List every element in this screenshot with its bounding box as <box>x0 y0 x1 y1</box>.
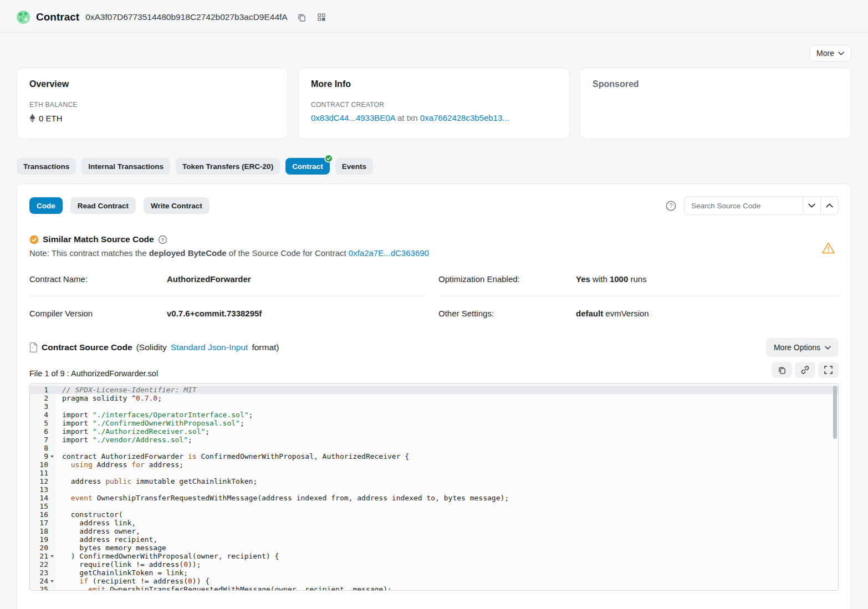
overview-card-title: Overview <box>29 79 275 89</box>
code-line: 3 <box>30 402 838 411</box>
qr-code-button[interactable] <box>316 12 327 23</box>
line-number: 16 <box>30 510 55 519</box>
format-post-text: format) <box>252 342 279 352</box>
line-number: 11 <box>30 469 55 477</box>
code-line: 20 bytes memory message <box>30 544 838 552</box>
more-options-button[interactable]: More Options <box>766 338 839 357</box>
code-text: require(link != address(0)); <box>55 560 201 569</box>
line-number: 17 <box>30 519 55 527</box>
meta-label: Other Settings: <box>438 309 576 318</box>
code-text: address owner, <box>55 527 140 535</box>
line-number: 10 <box>30 460 55 469</box>
code-subtabs: CodeRead ContractWrite Contract <box>29 197 210 214</box>
fold-toggle-icon[interactable] <box>50 456 54 458</box>
line-number: 8 <box>30 444 55 452</box>
chevron-up-icon <box>826 203 833 208</box>
subtab-label: Code <box>37 202 55 210</box>
fold-toggle-icon[interactable] <box>50 555 54 557</box>
fullscreen-button[interactable] <box>818 362 839 378</box>
more-info-card: More Info CONTRACT CREATOR 0x83dC44...49… <box>298 68 570 139</box>
help-icon[interactable]: ? <box>158 235 167 244</box>
permalink-button[interactable] <box>795 362 815 378</box>
chevron-down-icon <box>838 52 844 55</box>
contract-identicon <box>17 11 30 24</box>
subtab-code[interactable]: Code <box>29 197 63 214</box>
help-icon[interactable]: ? <box>665 200 677 212</box>
code-text: contract AuthorizedForwarder is Confirme… <box>55 452 409 460</box>
tab-label: Internal Transactions <box>88 162 164 171</box>
line-number: 3 <box>30 402 55 411</box>
tab-contract[interactable]: Contract <box>285 158 330 175</box>
line-number: 19 <box>30 535 55 544</box>
more-dropdown-button[interactable]: More <box>809 45 851 62</box>
svg-text:?: ? <box>669 202 672 209</box>
code-text: address link, <box>55 519 136 527</box>
line-number: 20 <box>30 544 55 552</box>
line-number: 22 <box>30 560 55 569</box>
contract-creator-line: 0x83dC44...4933BE0A at txn 0xa7662428c3b… <box>311 113 557 122</box>
search-source-group <box>684 196 839 215</box>
search-prev-button[interactable] <box>821 196 839 215</box>
line-number: 24 <box>30 577 55 585</box>
sponsored-card: Sponsored <box>580 68 851 139</box>
line-number: 2 <box>30 394 55 402</box>
copy-icon <box>297 13 307 22</box>
line-number: 1 <box>30 386 55 394</box>
code-line: 7import "./vendor/Address.sol"; <box>30 436 838 444</box>
source-code-header: Contract Source Code (Solidity Standard … <box>29 338 839 357</box>
similar-match-section: Similar Match Source Code ? Note: This c… <box>29 234 839 258</box>
line-number: 9 <box>30 452 55 460</box>
code-line: 6import "./AuthorizedReceiver.sol"; <box>30 427 838 436</box>
file-row: File 1 of 9 : AuthorizedForwarder.sol <box>29 362 839 378</box>
code-line: 1// SPDX-License-Identifier: MIT <box>30 386 838 394</box>
meta-row-contract-name: Contract Name:AuthorizedForwarder <box>29 274 425 296</box>
line-number: 4 <box>30 411 55 419</box>
metadata-left-column: Contract Name:AuthorizedForwarderCompile… <box>29 274 425 318</box>
matched-contract-link[interactable]: 0xfa2a7E...dC363690 <box>349 248 429 258</box>
code-line: 22 require(link != address(0)); <box>30 560 838 569</box>
note-prefix: Note: This contract matches the <box>29 248 149 258</box>
code-line: 9contract AuthorizedForwarder is Confirm… <box>30 452 838 460</box>
code-line: 8 <box>30 444 838 452</box>
similar-match-title: Similar Match Source Code <box>43 234 154 244</box>
tabs-row: TransactionsInternal TransactionsToken T… <box>17 158 851 175</box>
warning-triangle-icon[interactable] <box>821 242 835 254</box>
line-number: 18 <box>30 527 55 535</box>
meta-label: Compiler Version <box>29 309 167 318</box>
fold-toggle-icon[interactable] <box>50 580 54 582</box>
search-next-button[interactable] <box>803 196 821 215</box>
search-source-input[interactable] <box>684 196 803 215</box>
code-text: // SPDX-License-Identifier: MIT <box>55 386 197 394</box>
similar-match-note: Note: This contract matches the deployed… <box>29 248 839 258</box>
tab-label: Transactions <box>23 162 69 171</box>
source-code-editor[interactable]: 1// SPDX-License-Identifier: MIT2pragma … <box>29 383 839 591</box>
overview-card: Overview ETH BALANCE 0 ETH <box>17 68 288 139</box>
tab-events[interactable]: Events <box>335 158 373 175</box>
copy-source-button[interactable] <box>772 362 792 378</box>
line-number: 6 <box>30 427 55 436</box>
tab-internal-transactions[interactable]: Internal Transactions <box>81 158 170 175</box>
chevron-down-icon <box>808 203 815 208</box>
tab-label: Contract <box>292 162 323 171</box>
meta-row-optimization-enabled: Optimization Enabled:Yes with 1000 runs <box>438 274 839 296</box>
eth-balance-value: 0 ETH <box>39 114 63 123</box>
tab-token-transfers-erc-20[interactable]: Token Transfers (ERC-20) <box>176 158 280 175</box>
json-input-link[interactable]: Standard Json-Input <box>171 342 248 352</box>
line-number: 12 <box>30 477 55 485</box>
code-line: 18 address owner, <box>30 527 838 535</box>
match-check-icon <box>29 235 39 244</box>
copy-address-button[interactable] <box>296 12 308 23</box>
editor-scrollbar-thumb[interactable] <box>833 386 837 439</box>
code-text: ) ConfirmedOwnerWithProposal(owner, reci… <box>55 552 279 560</box>
creator-address-link[interactable]: 0x83dC44...4933BE0A <box>311 113 395 122</box>
creator-txn-link[interactable]: 0xa7662428c3b5eb13... <box>420 113 509 122</box>
code-line: 5import "./ConfirmedOwnerWithProposal.so… <box>30 419 838 427</box>
subtab-write-contract[interactable]: Write Contract <box>144 197 210 214</box>
tab-transactions[interactable]: Transactions <box>17 158 76 175</box>
verified-badge-icon <box>324 154 333 163</box>
line-number: 21 <box>30 552 55 560</box>
meta-value: v0.7.6+commit.7338295f <box>167 309 262 318</box>
subtab-read-contract[interactable]: Read Contract <box>70 197 136 214</box>
eth-balance-line: 0 ETH <box>29 114 275 123</box>
more-options-label: More Options <box>774 343 820 352</box>
